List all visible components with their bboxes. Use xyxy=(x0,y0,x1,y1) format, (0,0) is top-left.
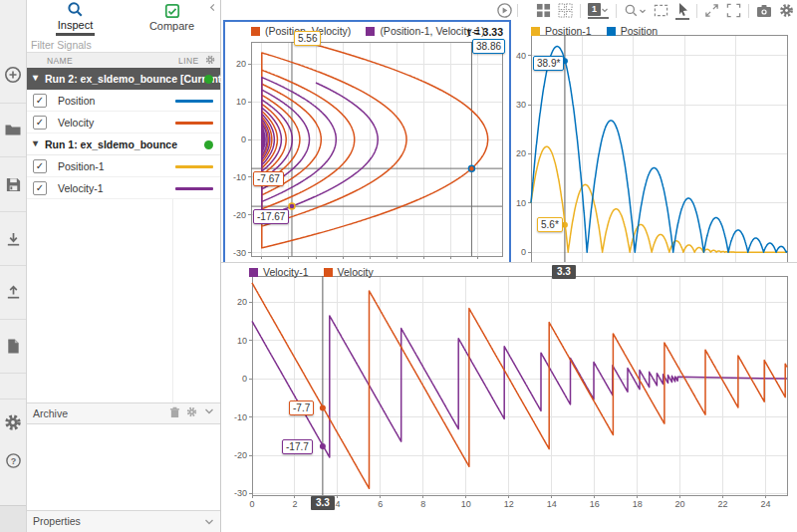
archive-section-header[interactable]: Archive xyxy=(27,402,220,424)
divider xyxy=(0,373,26,374)
arrow-import-icon xyxy=(5,231,22,248)
rail-footer xyxy=(0,505,26,532)
filter-signals-input[interactable] xyxy=(27,37,220,53)
legend-swatch xyxy=(251,27,260,36)
line-style-swatch[interactable] xyxy=(175,100,213,103)
line-style-swatch[interactable] xyxy=(175,122,213,125)
svg-text:6: 6 xyxy=(378,499,383,509)
signal-checkbox[interactable]: ✓ xyxy=(33,181,47,195)
table-options-button[interactable] xyxy=(205,55,215,67)
collapse-run-icon[interactable]: ▾ xyxy=(33,137,38,148)
divider xyxy=(0,399,26,399)
xy-plot-canvas[interactable]: 051015202530354020100-10-20-30 xyxy=(223,20,511,281)
signal-checkbox[interactable]: ✓ xyxy=(33,94,47,108)
signal-checkbox[interactable]: ✓ xyxy=(33,116,47,130)
column-name: NAME xyxy=(47,56,73,66)
arrow-export-icon xyxy=(5,284,22,301)
signal-row-position-1[interactable]: ✓ Position-1 xyxy=(27,155,220,177)
signal-checkbox[interactable]: ✓ xyxy=(33,159,47,173)
plot-toolbar: 1 xyxy=(221,0,797,20)
cursor-value-label: 5.56 xyxy=(294,31,321,46)
signal-name: Velocity xyxy=(58,117,94,129)
app-toolstrip: ? xyxy=(0,0,27,532)
cursor-time-readout: t = 3.33 xyxy=(467,26,503,38)
import-button[interactable] xyxy=(0,224,26,254)
run-row-1[interactable]: ▾ Run 1: ex_sldemo_bounce xyxy=(27,133,220,155)
properties-section-header[interactable]: Properties xyxy=(27,510,220,532)
collapse-properties-button[interactable] xyxy=(204,517,214,529)
legend-item: Velocity xyxy=(324,266,374,278)
line-style-swatch[interactable] xyxy=(175,187,213,190)
run-row-2[interactable]: ▾ Run 2: ex_sldemo_bounce [Current] xyxy=(27,68,220,90)
signal-name: Velocity-1 xyxy=(58,182,104,194)
line-style-swatch[interactable] xyxy=(175,165,213,168)
gear-icon xyxy=(779,3,794,18)
export-button[interactable] xyxy=(0,277,26,307)
maximize-plot-button[interactable] xyxy=(704,3,719,19)
zoom-button[interactable] xyxy=(624,3,647,19)
svg-text:4: 4 xyxy=(335,499,340,509)
signal-row-position[interactable]: ✓ Position xyxy=(27,90,220,112)
run-label: Run 2: ex_sldemo_bounce [Current] xyxy=(45,73,225,85)
divider xyxy=(0,319,26,320)
column-line: LINE xyxy=(178,56,199,66)
cursor-value-label: -7.7 xyxy=(289,400,314,415)
layout-custom-button[interactable] xyxy=(558,3,573,19)
open-button[interactable] xyxy=(0,115,26,144)
save-button[interactable] xyxy=(0,169,26,199)
svg-text:20: 20 xyxy=(236,59,246,69)
svg-text:10: 10 xyxy=(516,198,526,208)
layout-grid-button[interactable] xyxy=(536,3,551,19)
fullscreen-button[interactable] xyxy=(726,3,741,19)
tab-inspect[interactable]: Inspect xyxy=(27,0,124,37)
svg-text:20: 20 xyxy=(675,499,685,509)
svg-text:-30: -30 xyxy=(234,488,247,498)
svg-text:?: ? xyxy=(10,455,15,465)
fit-to-view-button[interactable] xyxy=(654,3,668,19)
archive-options-button[interactable] xyxy=(186,406,197,419)
magnifier-icon xyxy=(624,3,639,18)
legend-swatch xyxy=(249,268,258,277)
divider xyxy=(616,4,617,18)
snapshot-button[interactable] xyxy=(756,4,772,19)
help-circle-icon: ? xyxy=(5,452,22,469)
collapse-sidebar-button[interactable] xyxy=(208,2,217,14)
svg-text:0: 0 xyxy=(249,499,254,509)
signal-row-velocity[interactable]: ✓ Velocity xyxy=(27,112,220,133)
signal-row-velocity-1[interactable]: ✓ Velocity-1 xyxy=(27,177,220,199)
replay-button[interactable] xyxy=(496,2,513,20)
svg-text:18: 18 xyxy=(633,499,643,509)
help-button[interactable]: ? xyxy=(0,445,26,475)
xy-plot-panel[interactable]: 051015202530354020100-10-20-30 (Position… xyxy=(223,20,511,281)
legend-swatch xyxy=(366,27,375,36)
gear-icon xyxy=(4,413,22,431)
velocity-plot-canvas[interactable]: 02468101214161820222420100-10-20-30 xyxy=(221,263,797,512)
caret-down-icon xyxy=(639,7,647,15)
collapse-archive-button[interactable] xyxy=(204,406,214,418)
folder-icon xyxy=(4,121,22,138)
run-status-dot xyxy=(204,75,213,84)
delete-archive-button[interactable] xyxy=(169,406,180,420)
play-circle-icon xyxy=(496,2,513,19)
run-status-dot xyxy=(204,140,213,149)
svg-text:40: 40 xyxy=(516,51,526,61)
add-run-button[interactable] xyxy=(0,60,26,90)
plot-settings-button[interactable] xyxy=(779,3,794,19)
collapse-run-icon[interactable]: ▾ xyxy=(33,72,38,83)
preferences-button[interactable] xyxy=(0,407,26,437)
divider xyxy=(0,156,26,157)
legend-label: Position xyxy=(621,25,658,37)
svg-text:0: 0 xyxy=(521,247,526,257)
velocity-plot-panel[interactable]: 02468101214161820222420100-10-20-30 Velo… xyxy=(221,263,797,512)
cursor-time-badge[interactable]: 3.3 xyxy=(552,265,576,279)
archive-label: Archive xyxy=(33,407,68,419)
pointer-button[interactable] xyxy=(675,2,689,20)
create-report-button[interactable] xyxy=(0,331,26,361)
tab-compare[interactable]: Compare xyxy=(124,0,220,37)
position-plot-panel[interactable]: 0510152025403020100 Position-1 Position … xyxy=(511,20,797,281)
cursors-button[interactable]: 1 xyxy=(588,3,609,19)
cursor-time-badge[interactable]: 3.3 xyxy=(311,496,335,510)
svg-text:10: 10 xyxy=(461,499,471,509)
svg-text:8: 8 xyxy=(420,499,425,509)
gear-icon xyxy=(186,406,197,417)
